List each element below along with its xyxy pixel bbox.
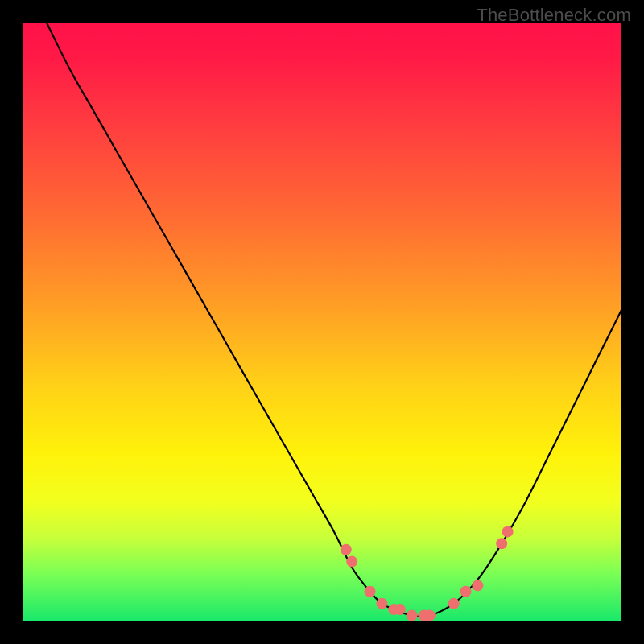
data-point	[346, 556, 357, 568]
data-point	[460, 586, 472, 597]
data-point	[341, 544, 352, 555]
bottleneck-curve	[23, 23, 621, 617]
data-point	[394, 604, 406, 615]
data-point	[496, 538, 507, 549]
curve-layer	[23, 23, 621, 621]
data-point	[424, 610, 436, 621]
plot-area	[23, 23, 621, 621]
data-point	[407, 610, 418, 621]
data-point	[376, 598, 387, 609]
data-point	[472, 580, 483, 591]
data-point	[502, 526, 514, 537]
data-point-markers	[341, 526, 514, 621]
data-point	[448, 598, 460, 609]
data-point	[365, 586, 376, 597]
chart-container: TheBottleneck.com	[0, 0, 644, 644]
